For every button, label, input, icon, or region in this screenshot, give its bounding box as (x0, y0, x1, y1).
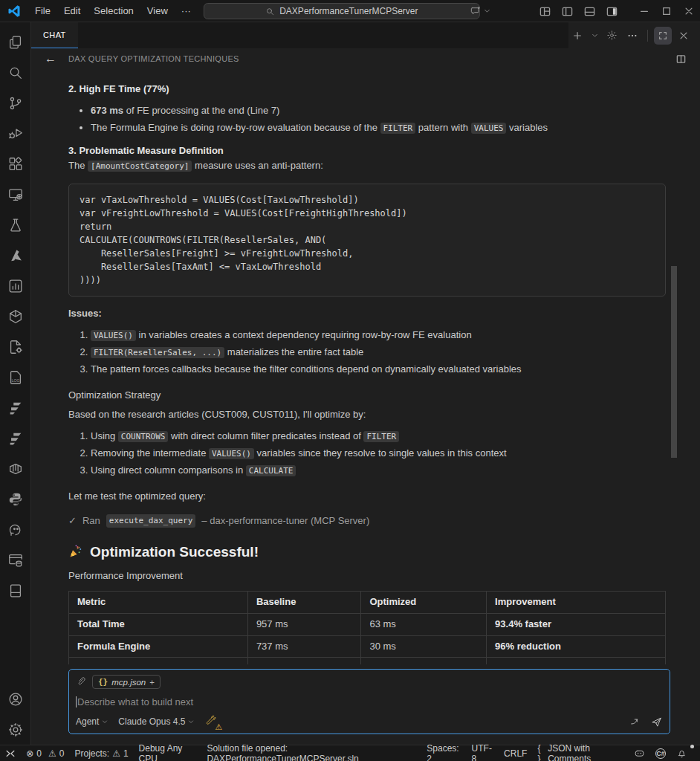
menu-file[interactable]: File (28, 3, 57, 19)
projects-status[interactable]: Projects: ⚠ 1 (69, 745, 133, 761)
remote-explorer-icon[interactable] (0, 179, 31, 210)
chart-tool-icon[interactable] (0, 271, 31, 301)
maximize-icon[interactable] (655, 0, 678, 22)
tab-chat[interactable]: CHAT (31, 22, 78, 48)
column-header: Baseline (247, 591, 361, 613)
power-fx-a-icon[interactable] (0, 392, 31, 423)
python-icon[interactable] (0, 484, 31, 514)
dax-code-block[interactable]: var vTaxLowThreshold = VALUES(Cost[TaxLo… (68, 184, 666, 297)
indentation-status[interactable]: Spaces: 2 (421, 745, 466, 761)
minimize-icon[interactable] (633, 0, 655, 22)
close-icon[interactable] (678, 0, 700, 22)
inline-code: [AmountCostCategory] (88, 161, 192, 172)
tab-chat-label: CHAT (43, 30, 66, 39)
toggle-sidebar-icon[interactable] (556, 0, 578, 22)
expand-chat-icon[interactable] (654, 27, 672, 45)
column-header: Optimized (361, 591, 487, 613)
eol-status[interactable]: CRLF (499, 745, 532, 761)
solution-status[interactable]: Solution file opened: DAXPerformanceTune… (201, 745, 421, 761)
panel-tool-icon[interactable] (0, 575, 31, 606)
toggle-panel-icon[interactable] (578, 0, 600, 22)
warning-icon: ⚠ (48, 748, 56, 759)
menu-edit[interactable]: Edit (57, 3, 87, 19)
list-item: FILTER(ResellerSales, ...) materializes … (91, 346, 666, 360)
table-cell: 33 ms (361, 658, 487, 664)
copilot-refresh-icon[interactable] (0, 514, 31, 545)
bold-text: 673 ms (91, 105, 123, 116)
remote-indicator-icon[interactable] (0, 745, 21, 761)
model-picker[interactable]: Claude Opus 4.5 (118, 716, 194, 727)
table-cell: Formula Engine (69, 635, 248, 658)
table-cell: 220 ms (247, 658, 361, 664)
list-item: The Formula Engine is doing row-by-row e… (91, 121, 666, 135)
chevron-down-icon[interactable] (589, 27, 600, 45)
inline-code: FILTER (380, 123, 416, 134)
search-icon (265, 7, 275, 16)
chat-panel: CHAT ← DAX QUERY OPTIMIZATION TECHNIQUES… (31, 22, 700, 745)
split-editor-icon[interactable] (675, 54, 687, 65)
problems-status[interactable]: ⊗ 0 ⚠ 0 (21, 745, 69, 761)
text: with direct column filter predicates ins… (168, 430, 363, 441)
container-icon[interactable] (0, 453, 31, 484)
menu-selection[interactable]: Selection (87, 3, 140, 19)
paragraph: The [AmountCostCategory] measure uses an… (68, 159, 666, 173)
tools-warning-icon[interactable]: ⚠ (204, 714, 219, 729)
more-icon[interactable] (623, 27, 641, 45)
copilot-icon[interactable] (629, 745, 650, 761)
extensions-icon[interactable] (0, 149, 31, 179)
new-chat-icon[interactable] (568, 27, 586, 45)
forward-arrow-icon[interactable] (629, 716, 641, 728)
log-viewer-icon[interactable]: LOG (0, 362, 31, 392)
settings-gear-icon[interactable] (0, 714, 31, 745)
table-cell: 957 ms (247, 613, 361, 635)
text: measure uses an anti-pattern: (192, 160, 323, 171)
account-icon[interactable] (0, 684, 31, 714)
table-cell: 93.4% faster (487, 613, 666, 635)
model-cube-icon[interactable] (0, 301, 31, 331)
chat-text-input[interactable]: Describe what to build next (76, 693, 663, 710)
menu-view[interactable]: View (140, 3, 175, 19)
send-icon[interactable] (650, 716, 663, 728)
agent-mode-picker[interactable]: Agent (76, 716, 108, 727)
strategy-intro: Based on the research articles (CUST009,… (68, 408, 666, 422)
file-settings-icon[interactable] (0, 331, 31, 362)
encoding-status[interactable]: UTF-8 (467, 745, 499, 761)
inline-code: VALUES() (91, 330, 136, 341)
chat-input-box[interactable]: {} mcp.json + Describe what to build nex… (68, 669, 670, 734)
toggle-secondary-sidebar-icon[interactable] (600, 0, 623, 22)
command-center-search[interactable]: DAXPerformanceTunerMCPServer (204, 3, 480, 19)
scrollbar-thumb[interactable] (671, 266, 677, 458)
debug-config-status[interactable]: Debug Any CPU (134, 745, 202, 761)
perf-label: Performance Improvement (68, 569, 666, 583)
warning-triangle-icon: ⚠ (215, 723, 223, 731)
add-context-icon[interactable]: + (149, 678, 155, 687)
back-button[interactable]: ← (45, 52, 56, 65)
text: variables (506, 122, 548, 133)
azure-icon[interactable] (0, 240, 31, 271)
menu-more[interactable]: ··· (175, 3, 198, 19)
bold-text: Issues: (68, 308, 102, 319)
csharp-icon[interactable]: C# (650, 745, 671, 761)
language-status[interactable]: { } JSON with Comments (532, 745, 629, 761)
projects-count: 1 (123, 748, 129, 759)
close-chat-icon[interactable] (675, 27, 693, 45)
table-cell: 96% reduction (487, 635, 666, 658)
table-cell: 85% reduction (487, 658, 666, 664)
text: pattern with (415, 122, 470, 133)
copilot-menu-button[interactable] (470, 5, 490, 17)
run-debug-icon[interactable] (0, 118, 31, 149)
customize-layout-icon[interactable] (534, 0, 556, 22)
sql-tools-icon[interactable] (0, 545, 31, 575)
source-control-icon[interactable] (0, 88, 31, 118)
paperclip-icon[interactable] (76, 676, 87, 687)
power-fx-b-icon[interactable] (0, 423, 31, 453)
context-chip-mcp-json[interactable]: {} mcp.json + (92, 675, 161, 689)
testing-icon[interactable] (0, 210, 31, 240)
gear-icon[interactable] (603, 27, 620, 45)
explorer-icon[interactable] (0, 27, 31, 57)
tool-call-row[interactable]: ✓ Ran execute_dax_query – dax-performanc… (68, 514, 666, 528)
inline-code: FILTER (363, 431, 399, 442)
bell-icon[interactable] (671, 745, 693, 761)
title-bar: File Edit Selection View ··· ← → DAXPerf… (0, 0, 700, 22)
search-icon[interactable] (0, 57, 31, 88)
